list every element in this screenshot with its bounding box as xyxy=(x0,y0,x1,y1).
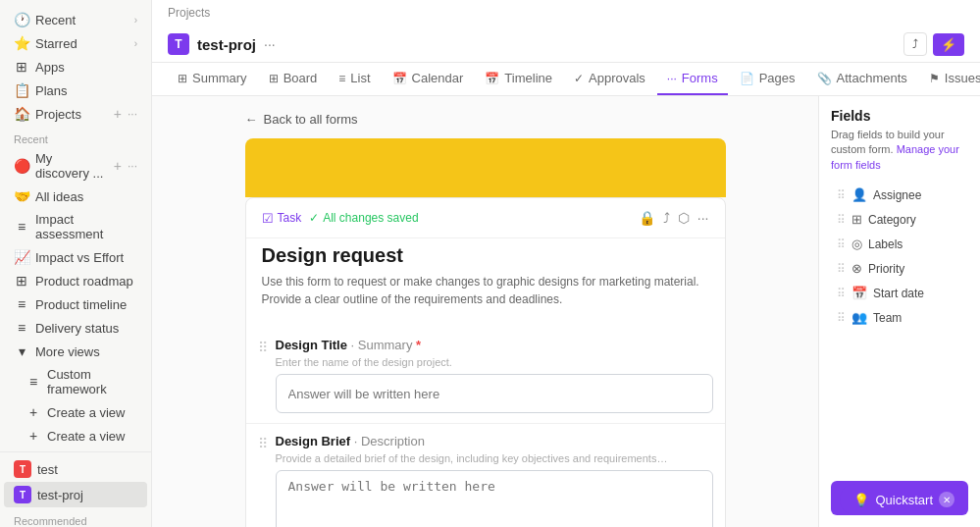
field-row-design-title: ⠿ Design Title · Summary * Enter the nam… xyxy=(246,328,725,424)
projects-icon: 🏠 xyxy=(14,106,29,122)
quickstart-close-button[interactable]: ✕ xyxy=(939,492,954,507)
tab-approvals[interactable]: ✓ Approvals xyxy=(564,63,655,95)
sidebar-item-test-proj[interactable]: T test-proj xyxy=(4,482,147,507)
ideas-icon: 🤝 xyxy=(14,188,29,204)
panel-drag-handle-start-date: ⠿ xyxy=(837,287,846,300)
sidebar-create-view-1[interactable]: + Create a view xyxy=(4,400,147,424)
projects-menu-button[interactable]: ··· xyxy=(128,107,137,121)
discovery-icon: 🔴 xyxy=(14,158,29,174)
panel-field-priority[interactable]: ⠿ ⊗ Priority xyxy=(831,256,968,281)
drag-handle-design-brief[interactable]: ⠿ xyxy=(258,436,268,451)
sidebar-item-impact-effort[interactable]: 📈 Impact vs Effort xyxy=(4,245,147,269)
sidebar: 🕐 Recent › ⭐ Starred › ⊞ Apps 📋 Plans 🏠 … xyxy=(0,0,152,527)
more-options-icon[interactable]: ··· xyxy=(697,210,709,226)
field-hint-design-title: Enter the name of the design project. xyxy=(276,356,713,368)
field-input-design-brief[interactable] xyxy=(276,470,713,527)
task-checkbox-icon: ☑ xyxy=(262,211,274,226)
panel-field-label-team: Team xyxy=(873,311,962,325)
saved-chip: ✓ All changes saved xyxy=(309,211,418,225)
sidebar-item-custom-framework[interactable]: ≡ Custom framework xyxy=(4,363,147,400)
sidebar-item-impact-assessment[interactable]: ≡ Impact assessment xyxy=(4,208,147,245)
plus-icon-1: + xyxy=(26,404,41,420)
field-content-design-brief: Design Brief · Description Provide a det… xyxy=(276,434,713,527)
drag-handle-design-title[interactable]: ⠿ xyxy=(258,340,268,355)
panel-field-team[interactable]: ⠿ 👥 Team xyxy=(831,305,968,330)
sidebar-item-recent[interactable]: 🕐 Recent › xyxy=(4,8,147,31)
field-row-design-brief: ⠿ Design Brief · Description Provide a d… xyxy=(246,424,725,527)
calendar-tab-icon: 📅 xyxy=(392,72,407,85)
tab-board[interactable]: ⊞ Board xyxy=(259,63,328,95)
back-arrow-icon: ← xyxy=(245,112,258,127)
field-label-design-brief: Design Brief · Description xyxy=(276,434,713,448)
back-to-forms-button[interactable]: ← Back to all forms xyxy=(245,112,726,127)
tab-issues[interactable]: ⚑ Issues xyxy=(919,63,980,95)
lightning-icon: ⚡ xyxy=(941,37,956,52)
tab-timeline[interactable]: 📅 Timeline xyxy=(475,63,562,95)
panel-field-assignee[interactable]: ⠿ 👤 Assignee xyxy=(831,183,968,207)
header-actions: ⤴ ⚡ xyxy=(903,32,964,56)
lock-icon[interactable]: 🔒 xyxy=(639,210,655,226)
panel-field-label-labels: Labels xyxy=(868,237,962,251)
panel-field-label-priority: Priority xyxy=(868,262,962,276)
sidebar-item-delivery-status[interactable]: ≡ Delivery status xyxy=(4,316,147,340)
field-content-design-title: Design Title · Summary * Enter the name … xyxy=(276,338,713,413)
field-input-design-title[interactable] xyxy=(276,374,713,413)
panel-field-icon-labels: ◎ xyxy=(851,237,862,251)
panel-fields-list: ⠿ 👤 Assignee⠿ ⊞ Category⠿ ◎ Labels⠿ ⊗ Pr… xyxy=(831,183,968,330)
tab-attachments[interactable]: 📎 Attachments xyxy=(807,63,917,95)
external-link-icon[interactable]: ⬡ xyxy=(678,210,690,226)
panel-description: Drag fields to build your custom form. M… xyxy=(831,128,968,173)
quickstart-icon: 💡 xyxy=(853,493,869,507)
add-project-button[interactable]: + xyxy=(114,106,122,122)
test-proj-icon: T xyxy=(14,486,31,503)
sidebar-item-more-views[interactable]: ▾ More views xyxy=(4,340,147,363)
sidebar-item-plans[interactable]: 📋 Plans xyxy=(4,79,147,102)
form-card-header: ☑ Task ✓ All changes saved 🔒 ⤴ ⬡ xyxy=(246,198,725,238)
sidebar-item-starred[interactable]: ⭐ Starred › xyxy=(4,31,147,55)
form-banner xyxy=(245,138,726,197)
recent-section-label: Recent xyxy=(0,126,151,147)
tab-pages[interactable]: 📄 Pages xyxy=(730,63,805,95)
timeline-icon: ≡ xyxy=(14,296,29,312)
project-header: T test-proj ··· ⤴ ⚡ xyxy=(152,26,980,63)
panel-field-start-date[interactable]: ⠿ 📅 Start date xyxy=(831,281,968,305)
share-icon: ⤴ xyxy=(912,37,918,51)
panel-drag-handle-labels: ⠿ xyxy=(837,237,846,251)
form-card-title-row: ☑ Task ✓ All changes saved 🔒 ⤴ ⬡ xyxy=(262,210,709,226)
apps-icon: ⊞ xyxy=(14,59,29,75)
add-discovery-button[interactable]: + xyxy=(114,158,122,174)
lightning-button[interactable]: ⚡ xyxy=(933,33,964,56)
panel-title: Fields xyxy=(831,108,968,124)
plus-icon-2: + xyxy=(26,428,41,444)
form-description: Use this form to request or make changes… xyxy=(246,271,725,320)
clock-icon: 🕐 xyxy=(14,12,29,27)
sidebar-item-all-ideas[interactable]: 🤝 All ideas xyxy=(4,184,147,208)
framework-icon: ≡ xyxy=(26,374,41,390)
share-button[interactable]: ⤴ xyxy=(903,32,927,56)
roadmap-icon: ⊞ xyxy=(14,273,29,289)
project-menu-button[interactable]: ··· xyxy=(264,36,276,52)
share-form-icon[interactable]: ⤴ xyxy=(663,210,670,226)
form-card: ☑ Task ✓ All changes saved 🔒 ⤴ ⬡ xyxy=(245,197,726,527)
sidebar-item-test[interactable]: T test xyxy=(4,456,147,482)
tab-calendar[interactable]: 📅 Calendar xyxy=(383,63,474,95)
tab-list[interactable]: ≡ List xyxy=(329,63,380,95)
sidebar-item-product-roadmap[interactable]: ⊞ Product roadmap xyxy=(4,269,147,292)
tab-forms[interactable]: ··· Forms xyxy=(657,63,728,95)
field-hint-design-brief: Provide a detailed brief of the design, … xyxy=(276,452,668,464)
form-wrapper: ← Back to all forms ☑ Task xyxy=(245,112,726,527)
test-icon: T xyxy=(14,460,31,478)
issues-tab-icon: ⚑ xyxy=(929,72,940,85)
panel-field-category[interactable]: ⠿ ⊞ Category xyxy=(831,207,968,232)
quickstart-button[interactable]: 💡 Quickstart ✕ xyxy=(840,484,968,515)
task-chip: ☑ Task xyxy=(262,211,302,226)
sidebar-item-apps[interactable]: ⊞ Apps xyxy=(4,55,147,79)
sidebar-item-product-timeline[interactable]: ≡ Product timeline xyxy=(4,292,147,316)
discovery-menu-button[interactable]: ··· xyxy=(128,159,137,173)
sidebar-item-projects[interactable]: 🏠 Projects + ··· xyxy=(4,102,147,126)
sidebar-item-my-discovery[interactable]: 🔴 My discovery ... + ··· xyxy=(4,147,147,184)
check-icon: ✓ xyxy=(309,211,319,225)
sidebar-create-view-2[interactable]: + Create a view xyxy=(4,424,147,448)
panel-field-labels[interactable]: ⠿ ◎ Labels xyxy=(831,232,968,256)
tab-summary[interactable]: ⊞ Summary xyxy=(168,63,257,95)
